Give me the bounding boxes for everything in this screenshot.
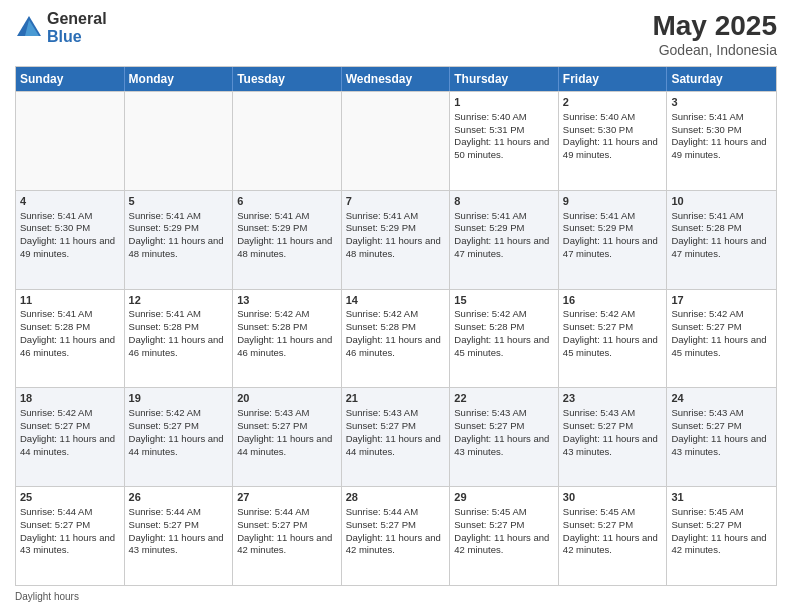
sunrise-text: Sunrise: 5:41 AM — [346, 210, 418, 221]
sunrise-text: Sunrise: 5:41 AM — [129, 308, 201, 319]
sunset-text: Sunset: 5:27 PM — [20, 420, 90, 431]
sunset-text: Sunset: 5:27 PM — [671, 321, 741, 332]
day-number: 1 — [454, 95, 554, 110]
cal-cell: 25Sunrise: 5:44 AMSunset: 5:27 PMDayligh… — [16, 487, 125, 585]
daylight-text: Daylight: 11 hours and 42 minutes. — [671, 532, 766, 556]
logo-text: General Blue — [47, 10, 107, 45]
sunset-text: Sunset: 5:28 PM — [671, 222, 741, 233]
main-title: May 2025 — [652, 10, 777, 42]
logo-icon — [15, 14, 43, 42]
daylight-text: Daylight: 11 hours and 50 minutes. — [454, 136, 549, 160]
cal-cell: 7Sunrise: 5:41 AMSunset: 5:29 PMDaylight… — [342, 191, 451, 289]
cal-cell: 24Sunrise: 5:43 AMSunset: 5:27 PMDayligh… — [667, 388, 776, 486]
day-number: 9 — [563, 194, 663, 209]
sunrise-text: Sunrise: 5:41 AM — [237, 210, 309, 221]
sunset-text: Sunset: 5:27 PM — [346, 519, 416, 530]
daylight-text: Daylight: 11 hours and 43 minutes. — [563, 433, 658, 457]
daylight-text: Daylight: 11 hours and 43 minutes. — [129, 532, 224, 556]
sunset-text: Sunset: 5:29 PM — [454, 222, 524, 233]
sunrise-text: Sunrise: 5:41 AM — [129, 210, 201, 221]
sunrise-text: Sunrise: 5:42 AM — [20, 407, 92, 418]
sunrise-text: Sunrise: 5:42 AM — [671, 308, 743, 319]
day-number: 23 — [563, 391, 663, 406]
logo-blue-text: Blue — [47, 28, 107, 46]
cal-row: 11Sunrise: 5:41 AMSunset: 5:28 PMDayligh… — [16, 289, 776, 388]
page: General Blue May 2025 Godean, Indonesia … — [0, 0, 792, 612]
cal-cell: 2Sunrise: 5:40 AMSunset: 5:30 PMDaylight… — [559, 92, 668, 190]
sunset-text: Sunset: 5:28 PM — [454, 321, 524, 332]
sunset-text: Sunset: 5:27 PM — [454, 420, 524, 431]
day-number: 30 — [563, 490, 663, 505]
sunset-text: Sunset: 5:30 PM — [563, 124, 633, 135]
sunrise-text: Sunrise: 5:45 AM — [671, 506, 743, 517]
sunset-text: Sunset: 5:28 PM — [237, 321, 307, 332]
sunrise-text: Sunrise: 5:40 AM — [563, 111, 635, 122]
day-number: 26 — [129, 490, 229, 505]
cal-cell — [16, 92, 125, 190]
day-number: 15 — [454, 293, 554, 308]
sunset-text: Sunset: 5:27 PM — [563, 321, 633, 332]
cal-cell: 22Sunrise: 5:43 AMSunset: 5:27 PMDayligh… — [450, 388, 559, 486]
cal-cell: 5Sunrise: 5:41 AMSunset: 5:29 PMDaylight… — [125, 191, 234, 289]
daylight-text: Daylight: 11 hours and 48 minutes. — [346, 235, 441, 259]
cal-cell: 10Sunrise: 5:41 AMSunset: 5:28 PMDayligh… — [667, 191, 776, 289]
cal-cell — [342, 92, 451, 190]
sunrise-text: Sunrise: 5:45 AM — [563, 506, 635, 517]
day-number: 14 — [346, 293, 446, 308]
sunset-text: Sunset: 5:28 PM — [20, 321, 90, 332]
day-number: 13 — [237, 293, 337, 308]
cal-header-day: Saturday — [667, 67, 776, 91]
day-number: 20 — [237, 391, 337, 406]
sunset-text: Sunset: 5:30 PM — [20, 222, 90, 233]
sunset-text: Sunset: 5:27 PM — [563, 420, 633, 431]
daylight-text: Daylight: 11 hours and 44 minutes. — [20, 433, 115, 457]
sunset-text: Sunset: 5:27 PM — [129, 420, 199, 431]
cal-cell: 15Sunrise: 5:42 AMSunset: 5:28 PMDayligh… — [450, 290, 559, 388]
cal-cell: 29Sunrise: 5:45 AMSunset: 5:27 PMDayligh… — [450, 487, 559, 585]
subtitle: Godean, Indonesia — [652, 42, 777, 58]
day-number: 5 — [129, 194, 229, 209]
daylight-text: Daylight: 11 hours and 45 minutes. — [454, 334, 549, 358]
sunrise-text: Sunrise: 5:44 AM — [20, 506, 92, 517]
cal-header-day: Friday — [559, 67, 668, 91]
day-number: 11 — [20, 293, 120, 308]
day-number: 19 — [129, 391, 229, 406]
cal-cell: 1Sunrise: 5:40 AMSunset: 5:31 PMDaylight… — [450, 92, 559, 190]
cal-cell: 4Sunrise: 5:41 AMSunset: 5:30 PMDaylight… — [16, 191, 125, 289]
calendar-header: SundayMondayTuesdayWednesdayThursdayFrid… — [16, 67, 776, 91]
sunset-text: Sunset: 5:28 PM — [346, 321, 416, 332]
sunset-text: Sunset: 5:27 PM — [237, 519, 307, 530]
day-number: 25 — [20, 490, 120, 505]
calendar-body: 1Sunrise: 5:40 AMSunset: 5:31 PMDaylight… — [16, 91, 776, 585]
cal-row: 4Sunrise: 5:41 AMSunset: 5:30 PMDaylight… — [16, 190, 776, 289]
day-number: 10 — [671, 194, 772, 209]
header: General Blue May 2025 Godean, Indonesia — [15, 10, 777, 58]
cal-cell: 23Sunrise: 5:43 AMSunset: 5:27 PMDayligh… — [559, 388, 668, 486]
daylight-text: Daylight: 11 hours and 46 minutes. — [129, 334, 224, 358]
sunrise-text: Sunrise: 5:41 AM — [563, 210, 635, 221]
cal-cell: 12Sunrise: 5:41 AMSunset: 5:28 PMDayligh… — [125, 290, 234, 388]
day-number: 24 — [671, 391, 772, 406]
cal-cell: 17Sunrise: 5:42 AMSunset: 5:27 PMDayligh… — [667, 290, 776, 388]
sunrise-text: Sunrise: 5:43 AM — [237, 407, 309, 418]
cal-cell: 3Sunrise: 5:41 AMSunset: 5:30 PMDaylight… — [667, 92, 776, 190]
sunset-text: Sunset: 5:27 PM — [454, 519, 524, 530]
daylight-text: Daylight: 11 hours and 48 minutes. — [237, 235, 332, 259]
calendar: SundayMondayTuesdayWednesdayThursdayFrid… — [15, 66, 777, 586]
sunrise-text: Sunrise: 5:41 AM — [454, 210, 526, 221]
day-number: 31 — [671, 490, 772, 505]
daylight-text: Daylight: 11 hours and 47 minutes. — [563, 235, 658, 259]
daylight-text: Daylight: 11 hours and 42 minutes. — [237, 532, 332, 556]
cal-cell — [125, 92, 234, 190]
cal-cell: 11Sunrise: 5:41 AMSunset: 5:28 PMDayligh… — [16, 290, 125, 388]
cal-cell: 6Sunrise: 5:41 AMSunset: 5:29 PMDaylight… — [233, 191, 342, 289]
sunset-text: Sunset: 5:27 PM — [129, 519, 199, 530]
daylight-text: Daylight: 11 hours and 43 minutes. — [454, 433, 549, 457]
daylight-text: Daylight: 11 hours and 46 minutes. — [237, 334, 332, 358]
cal-row: 25Sunrise: 5:44 AMSunset: 5:27 PMDayligh… — [16, 486, 776, 585]
logo: General Blue — [15, 10, 107, 45]
sunset-text: Sunset: 5:27 PM — [237, 420, 307, 431]
daylight-text: Daylight: 11 hours and 44 minutes. — [129, 433, 224, 457]
day-number: 29 — [454, 490, 554, 505]
sunrise-text: Sunrise: 5:44 AM — [346, 506, 418, 517]
